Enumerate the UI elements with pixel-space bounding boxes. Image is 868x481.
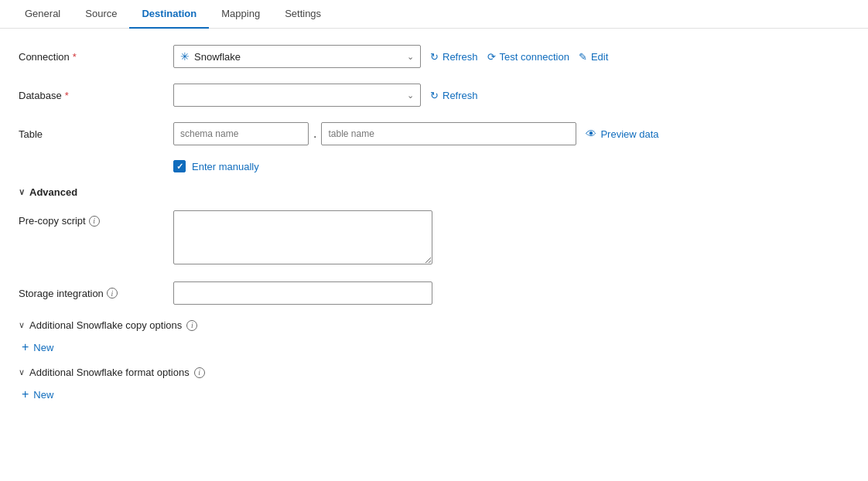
- refresh-icon: ↻: [430, 51, 439, 63]
- tab-destination[interactable]: Destination: [129, 0, 209, 29]
- enter-manually-row: Enter manually: [173, 160, 849, 172]
- table-controls: . 👁 Preview data: [173, 122, 659, 145]
- copy-options-chevron-icon: ∨: [19, 320, 25, 330]
- copy-options-section: ∨ Additional Snowflake copy options i + …: [19, 319, 849, 354]
- copy-options-toggle[interactable]: ∨ Additional Snowflake copy options i: [19, 319, 849, 331]
- format-options-section: ∨ Additional Snowflake format options i …: [19, 367, 849, 401]
- connection-refresh-button[interactable]: ↻ Refresh: [430, 51, 478, 63]
- advanced-chevron-icon: ∨: [19, 187, 25, 197]
- pre-copy-script-input[interactable]: [173, 210, 432, 264]
- database-controls: ⌄ ↻ Refresh: [173, 84, 478, 107]
- pre-copy-script-info-icon[interactable]: i: [89, 216, 100, 227]
- edit-icon: ✎: [579, 51, 587, 63]
- table-name-input[interactable]: [321, 122, 576, 145]
- database-row: Database * ⌄ ↻ Refresh: [19, 83, 849, 107]
- schema-input[interactable]: [173, 122, 309, 145]
- format-options-new-button[interactable]: + New: [22, 387, 53, 401]
- edit-connection-button[interactable]: ✎ Edit: [579, 51, 608, 63]
- destination-form: Connection * ✳ Snowflake ⌄ ↻ Refresh ⟳ T…: [0, 29, 868, 429]
- format-options-toggle[interactable]: ∨ Additional Snowflake format options i: [19, 367, 849, 378]
- chevron-down-icon: ⌄: [407, 52, 414, 62]
- database-required: *: [65, 90, 69, 101]
- format-options-info-icon[interactable]: i: [194, 367, 205, 378]
- connection-dropdown[interactable]: ✳ Snowflake ⌄: [173, 45, 421, 68]
- connection-label: Connection *: [19, 51, 173, 63]
- database-refresh-button[interactable]: ↻ Refresh: [430, 90, 478, 101]
- database-refresh-icon: ↻: [430, 90, 439, 101]
- format-options-chevron-icon: ∨: [19, 367, 25, 377]
- storage-integration-controls: [173, 281, 432, 305]
- table-row: Table . 👁 Preview data: [19, 121, 849, 146]
- connection-row: Connection * ✳ Snowflake ⌄ ↻ Refresh ⟳ T…: [19, 44, 849, 69]
- connection-required: *: [73, 51, 77, 63]
- enter-manually-label: Enter manually: [192, 161, 259, 172]
- connection-value: Snowflake: [194, 51, 402, 63]
- table-inputs: .: [173, 122, 576, 145]
- tab-bar: General Source Destination Mapping Setti…: [0, 0, 868, 29]
- table-label: Table: [19, 128, 173, 140]
- storage-integration-input[interactable]: [173, 281, 432, 305]
- database-chevron-icon: ⌄: [407, 90, 414, 101]
- copy-options-new-button[interactable]: + New: [22, 340, 53, 354]
- preview-icon: 👁: [586, 128, 596, 140]
- tab-source[interactable]: Source: [73, 0, 129, 29]
- storage-integration-row: Storage integration i: [19, 281, 849, 305]
- copy-options-info-icon[interactable]: i: [186, 320, 197, 331]
- preview-data-button[interactable]: 👁 Preview data: [586, 128, 658, 140]
- tab-mapping[interactable]: Mapping: [209, 0, 272, 29]
- advanced-section-toggle[interactable]: ∨ Advanced: [19, 186, 849, 198]
- database-dropdown[interactable]: ⌄: [173, 84, 421, 107]
- pre-copy-script-label: Pre-copy script i: [19, 210, 173, 227]
- database-label: Database *: [19, 90, 173, 101]
- tab-settings[interactable]: Settings: [272, 0, 333, 29]
- test-connection-icon: ⟳: [487, 51, 496, 63]
- connection-controls: ✳ Snowflake ⌄ ↻ Refresh ⟳ Test connectio…: [173, 45, 608, 68]
- tab-general[interactable]: General: [12, 0, 73, 29]
- pre-copy-script-controls: [173, 210, 432, 267]
- snowflake-icon: ✳: [180, 50, 190, 63]
- test-connection-button[interactable]: ⟳ Test connection: [487, 51, 569, 63]
- storage-integration-label: Storage integration i: [19, 288, 173, 299]
- copy-options-plus-icon: +: [22, 340, 29, 354]
- pre-copy-script-row: Pre-copy script i: [19, 210, 849, 267]
- storage-integration-info-icon[interactable]: i: [107, 288, 118, 298]
- format-options-plus-icon: +: [22, 387, 29, 401]
- dot-separator: .: [312, 127, 318, 141]
- enter-manually-checkbox[interactable]: [173, 160, 186, 172]
